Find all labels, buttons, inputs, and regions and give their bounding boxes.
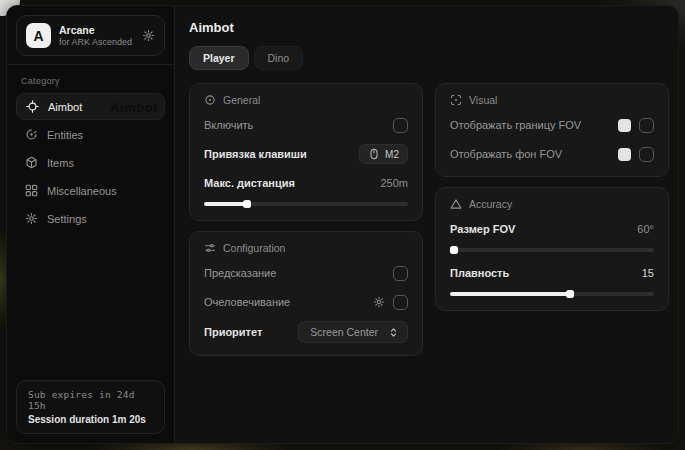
main-content: Aimbot Player Dino General bbox=[175, 6, 679, 443]
fov-border-color-swatch[interactable] bbox=[618, 119, 631, 132]
smoothness-slider[interactable] bbox=[450, 290, 654, 298]
logo-card: A Arcane for ARK Ascended bbox=[16, 15, 165, 56]
enable-label: Включить bbox=[204, 119, 253, 131]
smoothness-value: 15 bbox=[642, 267, 654, 279]
priority-value: Screen Center bbox=[310, 326, 378, 338]
sub-expires-text: Sub expires in 24d 15h bbox=[28, 389, 153, 411]
humanization-settings-gear-icon[interactable] bbox=[373, 296, 385, 308]
frame-icon bbox=[450, 94, 462, 106]
priority-select[interactable]: Screen Center bbox=[298, 321, 408, 343]
fov-border-label: Отображать границу FOV bbox=[450, 119, 581, 131]
gear-icon[interactable] bbox=[142, 29, 155, 42]
panel-title: Accuracy bbox=[469, 198, 512, 210]
panel-title: General bbox=[223, 94, 260, 106]
smoothness-label: Плавность bbox=[450, 267, 509, 279]
prediction-checkbox[interactable] bbox=[393, 266, 408, 281]
chevron-up-down-icon bbox=[388, 327, 399, 338]
panel-accuracy: Accuracy Размер FOV 60° Плавность 15 bbox=[435, 187, 669, 311]
session-duration-text: Session duration 1m 20s bbox=[28, 414, 153, 425]
humanization-label: Очеловечивание bbox=[204, 296, 290, 308]
sidebar-item-label: Miscellaneous bbox=[47, 185, 117, 197]
sidebar-item-items[interactable]: Items bbox=[16, 149, 165, 176]
sidebar-menu: Aimbot Aimbot Entities Items bbox=[7, 91, 174, 234]
box-icon bbox=[25, 156, 38, 169]
sidebar-item-label: Settings bbox=[47, 213, 87, 225]
panel-general: General Включить Привязка клавиши bbox=[189, 83, 423, 221]
fov-size-label: Размер FOV bbox=[450, 223, 515, 235]
sidebar-header: A Arcane for ARK Ascended bbox=[7, 6, 174, 65]
slider-thumb[interactable] bbox=[566, 290, 574, 298]
target-icon bbox=[204, 94, 216, 106]
grid-icon bbox=[25, 184, 38, 197]
humanization-checkbox[interactable] bbox=[393, 295, 408, 310]
sidebar-item-aimbot[interactable]: Aimbot Aimbot bbox=[16, 93, 165, 120]
page-title: Aimbot bbox=[189, 20, 669, 35]
tune-icon bbox=[204, 242, 216, 254]
subscription-card: Sub expires in 24d 15h Session duration … bbox=[16, 380, 165, 434]
sidebar-item-label: Entities bbox=[47, 129, 83, 141]
keybind-button[interactable]: M2 bbox=[359, 144, 408, 164]
keybind-label: Привязка клавиши bbox=[204, 148, 307, 160]
sidebar-item-miscellaneous[interactable]: Miscellaneous bbox=[16, 177, 165, 204]
priority-label: Приоритет bbox=[204, 326, 262, 338]
slider-thumb[interactable] bbox=[243, 200, 251, 208]
app-subtitle: for ARK Ascended bbox=[59, 37, 132, 47]
prediction-label: Предсказание bbox=[204, 267, 276, 279]
app-name: Arcane bbox=[59, 24, 132, 36]
panel-title: Visual bbox=[469, 94, 497, 106]
panel-visual: Visual Отображать границу FOV Отображать… bbox=[435, 83, 669, 177]
crosshair-icon bbox=[26, 100, 39, 113]
sidebar-item-entities[interactable]: Entities bbox=[16, 121, 165, 148]
mouse-icon bbox=[368, 148, 380, 160]
enable-checkbox[interactable] bbox=[393, 118, 408, 133]
fov-size-value: 60° bbox=[637, 223, 654, 235]
max-distance-value: 250m bbox=[380, 177, 408, 189]
sidebar: A Arcane for ARK Ascended Category bbox=[7, 6, 175, 443]
tab-player[interactable]: Player bbox=[189, 46, 249, 70]
triangle-icon bbox=[450, 198, 462, 210]
tab-dino[interactable]: Dino bbox=[254, 46, 304, 70]
gear-icon bbox=[25, 212, 38, 225]
fov-background-label: Отображать фон FOV bbox=[450, 148, 562, 160]
max-distance-slider[interactable] bbox=[204, 200, 408, 208]
app-logo: A bbox=[26, 23, 51, 48]
arcane-menu-window: A Arcane for ARK Ascended Category bbox=[6, 5, 679, 444]
slider-thumb[interactable] bbox=[450, 246, 458, 254]
sidebar-item-label: Items bbox=[47, 157, 74, 169]
category-label: Category bbox=[7, 65, 174, 91]
entities-icon bbox=[25, 128, 38, 141]
max-distance-label: Макс. дистанция bbox=[204, 177, 295, 189]
fov-background-color-swatch[interactable] bbox=[618, 148, 631, 161]
keybind-value: M2 bbox=[385, 149, 399, 160]
sidebar-item-label: Aimbot bbox=[48, 101, 82, 113]
fov-border-checkbox[interactable] bbox=[639, 118, 654, 133]
panel-configuration: Configuration Предсказание Очеловечивани… bbox=[189, 231, 423, 356]
aimbot-watermark: Aimbot bbox=[110, 99, 158, 114]
tab-bar: Player Dino bbox=[189, 46, 669, 70]
fov-size-slider[interactable] bbox=[450, 246, 654, 254]
panel-title: Configuration bbox=[223, 242, 285, 254]
sidebar-item-settings[interactable]: Settings bbox=[16, 205, 165, 232]
fov-background-checkbox[interactable] bbox=[639, 147, 654, 162]
